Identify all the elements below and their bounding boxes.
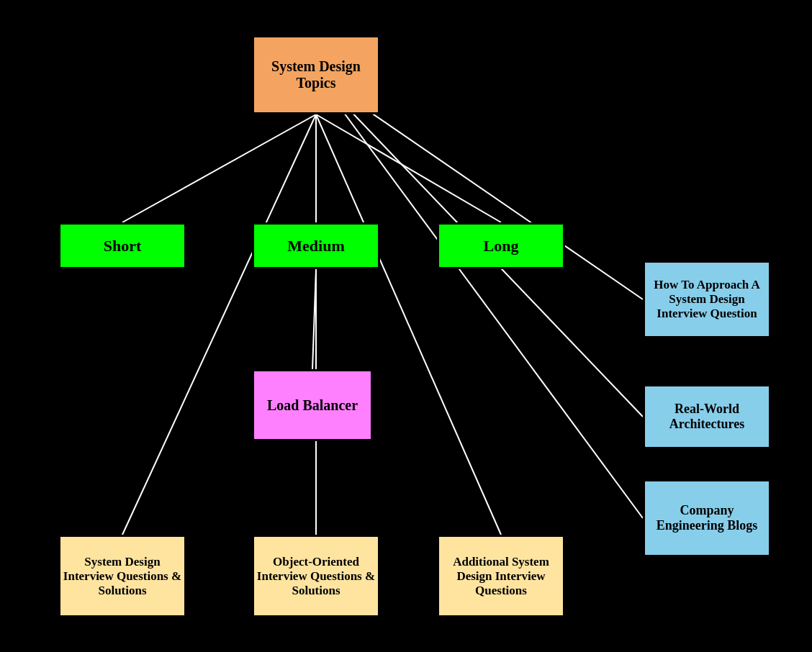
load-balancer-node[interactable]: Load Balancer xyxy=(252,369,373,441)
object-oriented-interview-questions-node[interactable]: Object-Oriented Interview Questions & So… xyxy=(252,535,380,617)
real-world-architectures-node[interactable]: Real-World Architectures xyxy=(643,384,771,449)
medium-node[interactable]: Medium xyxy=(252,222,380,269)
svg-line-3 xyxy=(312,269,316,369)
svg-line-9 xyxy=(316,114,501,535)
how-to-approach-node[interactable]: How To Approach A System Design Intervie… xyxy=(643,261,771,338)
system-design-interview-questions-node[interactable]: System Design Interview Questions & Solu… xyxy=(58,535,186,617)
company-engineering-blogs-node[interactable]: Company Engineering Blogs xyxy=(643,479,771,557)
svg-line-2 xyxy=(316,114,501,222)
additional-system-design-node[interactable]: Additional System Design Interview Quest… xyxy=(437,535,565,617)
short-node[interactable]: Short xyxy=(58,222,186,269)
system-design-topics-node[interactable]: System Design Topics xyxy=(252,35,380,114)
long-node[interactable]: Long xyxy=(437,222,565,269)
svg-line-0 xyxy=(122,114,316,222)
svg-line-7 xyxy=(122,114,316,535)
svg-line-6 xyxy=(316,75,643,518)
